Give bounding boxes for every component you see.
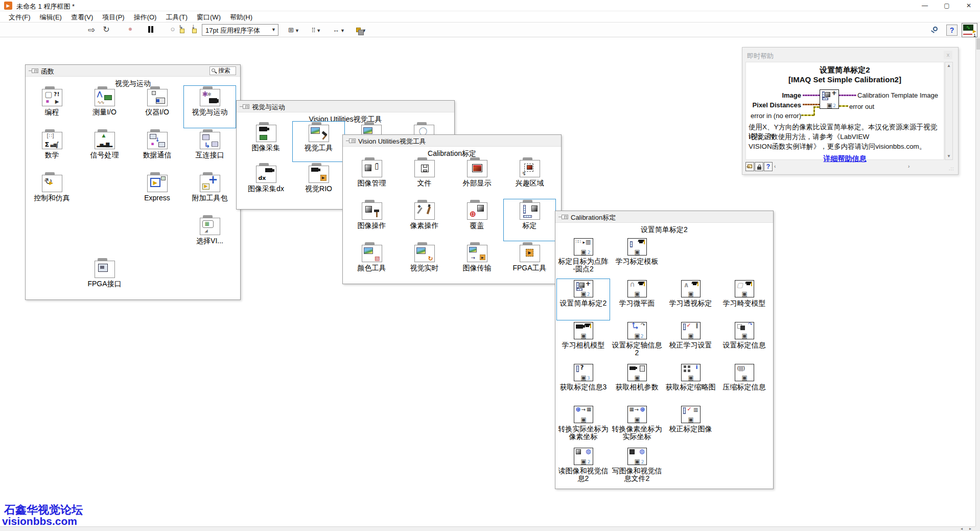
menu-item[interactable]: 操作(O) [129,11,161,22]
learn-perspective-item[interactable]: ∧▣学习透视标定 [664,279,717,320]
distribute-objects-dropdown[interactable]: ⁞⁞▼ [307,24,326,36]
menu-item[interactable]: 工具(T) [161,11,192,22]
scroll-down-icon[interactable]: ▼ [947,154,951,158]
color-tools-item[interactable]: ▧颜色工具 [345,241,398,284]
vi-icon[interactable]: ∿▶1 [962,23,977,37]
pause-button[interactable] [146,25,155,35]
get-calib-thumb-item[interactable]: i▣获取标定缩略图 [664,362,717,404]
select-vi-item[interactable]: ▦◢选择VI... [183,214,236,257]
scroll-right-icon[interactable]: ▸ [969,526,971,531]
math-item[interactable]: [∷]Σ∫▄▆数学 [26,128,78,171]
show-optional-terminals-button[interactable] [745,162,754,171]
image-acquisition-item[interactable]: 图像采集 [240,121,292,162]
pixel-to-real-item[interactable]: ▦→⊕▣转换像素坐标为 实际坐标 [610,404,664,446]
external-display-item[interactable]: 外部显示 [451,156,503,199]
menu-item[interactable]: 帮助(H) [225,11,257,22]
programming-item[interactable]: ▢?!▶▪编程 [26,85,78,128]
menu-item[interactable]: 项目(P) [98,11,129,22]
palette-item-label: 读图像和视觉信 息2 [557,467,610,482]
learn-calib-template-item[interactable]: ▣学习标定模板 [610,237,664,279]
palette-item-label: 视觉与运动 [184,108,236,116]
abort-button[interactable]: ● [125,25,136,35]
context-help-button[interactable]: ? [946,25,958,36]
menu-item[interactable]: 编辑(E) [35,11,66,22]
palette-item-label: 编程 [26,108,78,116]
vision-motion-item[interactable]: ✱✱视觉与运动 [183,85,236,128]
set-simple-calib-item[interactable]: +▣2设置简单标定2 [556,279,610,320]
resize-grip[interactable]: .:: [949,166,954,171]
highlight-execution-icon[interactable]: ○ [168,25,178,35]
read-image-vision-info-item[interactable]: ◍▣2读图像和视觉信 息2 [556,446,610,488]
write-image-vision-info-item[interactable]: ◍▣2写图像和视觉信 息文件2 [610,446,664,488]
file-icon [414,160,435,177]
vision-rio-item[interactable]: ▶视觉RIO [292,162,345,203]
scroll-left-icon[interactable]: ◂ [961,526,963,531]
express-item[interactable]: ▶Express [131,171,183,214]
file-item[interactable]: 文件 [398,156,451,199]
fpga-interface-item[interactable]: FPGA接口 [78,257,131,300]
retain-wire-values-button[interactable]: ↳ [180,26,190,33]
vertical-scrollbar[interactable] [975,37,980,526]
font-settings-select[interactable]: 17pt 应用程序字体▼ [202,24,278,36]
roi-item[interactable]: ↯兴趣区域 [503,156,556,199]
get-calib-info3-item[interactable]: ?▣3获取标定信息3 [556,362,610,404]
imaqdx-item[interactable]: dx图像采集dx [240,162,292,203]
reorder-objects-dropdown[interactable]: ▼ [352,24,371,36]
correction-learn-setup-vi: ✓‖▣ [681,322,701,339]
measurement-io-item[interactable]: ⋀∿∿测量I/O [78,85,131,128]
correction-learn-setup-item[interactable]: ✓‖▣校正学习设置 [664,320,717,362]
palette-item-label: 文件 [399,179,450,187]
help-vertical-scrollbar[interactable]: ▲ ▼ [945,62,953,160]
real-to-pixel-item[interactable]: ⊕→▦▣转换实际坐标为 像素坐标 [556,404,610,446]
measurement-io-icon: ⋀∿∿ [95,89,115,106]
lock-help-button[interactable] [755,162,763,171]
help-close-icon[interactable]: x [944,51,952,59]
search-icon[interactable] [931,27,941,35]
maximize-button[interactable]: ▢ [937,0,957,11]
menu-item[interactable]: 窗口(W) [192,11,225,22]
control-sim-item[interactable]: ↻▶∗控制和仿真 [26,171,78,214]
scroll-left-icon[interactable]: ‹ [774,164,776,169]
help-description-line: I视觉函数使用方法，请参考《LabVIEW [749,132,943,142]
compress-calib-info-vi: (|||)▣ [735,364,754,381]
menu-item[interactable]: 查看(V) [66,11,98,22]
calib-target-dots-item[interactable]: ∷∷▸▥▣2标定目标为点阵 -圆点2 [556,237,610,279]
detailed-help-button[interactable]: ? [764,162,773,171]
calibration-item[interactable]: 标定 [503,199,556,241]
signal-processing-item[interactable]: ▲▂▅▃▇▂信号处理 [78,128,131,171]
resize-objects-dropdown[interactable]: ↔▼ [329,24,348,36]
palette-item-label: 获取相机参数 [611,383,663,391]
addons-item[interactable]: +▶附加工具包 [183,171,236,214]
compress-calib-info-item[interactable]: (|||)▣压缩标定信息 [717,362,771,404]
image-operation-item[interactable]: 图像操作 [345,199,398,241]
horizontal-scrollbar[interactable]: ◂ ▸ [0,526,975,531]
connectivity-item[interactable]: ↳互连接口 [183,128,236,171]
minimize-button[interactable]: — [915,0,935,11]
learn-distortion-item[interactable]: ▢▣学习畸变模型 [717,279,771,320]
menu-item[interactable]: 文件(F) [4,11,35,22]
set-calib-axis-item[interactable]: ↑→↷▣2设置标定轴信息 2 [610,320,664,362]
scroll-right-icon[interactable]: › [908,164,909,169]
scroll-up-icon[interactable]: ▲ [947,63,951,68]
fpga-tools-item[interactable]: ▶FPGA工具 [503,241,556,284]
image-transfer-item[interactable]: →▶图像传输 [451,241,503,284]
palette-item-label: 压缩标定信息 [718,383,771,391]
overlay-item[interactable]: ⊕覆盖 [451,199,503,241]
vision-rt-item[interactable]: ↻视觉实时 [398,241,451,284]
learn-camera-model-item[interactable]: ▣学习相机模型 [556,320,610,362]
get-camera-params-item[interactable]: ▣获取相机参数 [610,362,664,404]
data-comm-item[interactable]: ↓▪数据通信 [131,128,183,171]
pixel-operation-item[interactable]: ◆像素操作 [398,199,451,241]
align-objects-dropdown[interactable]: ⊞▼ [284,24,304,36]
vision-utilities-item[interactable]: 视觉工具 [292,121,345,162]
set-calib-info-item[interactable]: ↷▣设置标定信息 [717,320,771,362]
instrument-io-item[interactable]: 仪器I/O [131,85,183,128]
step-into-button[interactable]: ⇣ [192,26,202,33]
correct-calib-image-item[interactable]: ✓▥▣校正标定图像 [664,404,717,446]
learn-microplane-item[interactable]: ∩▣学习微平面 [610,279,664,320]
run-button[interactable]: ⇨ [86,25,97,35]
image-management-item[interactable]: ▯–图像管理 [345,156,398,199]
run-continuous-button[interactable]: ↻ [100,25,112,35]
help-vi-name: 设置简单标定2 [746,65,944,75]
close-button[interactable]: ✕ [959,0,979,11]
